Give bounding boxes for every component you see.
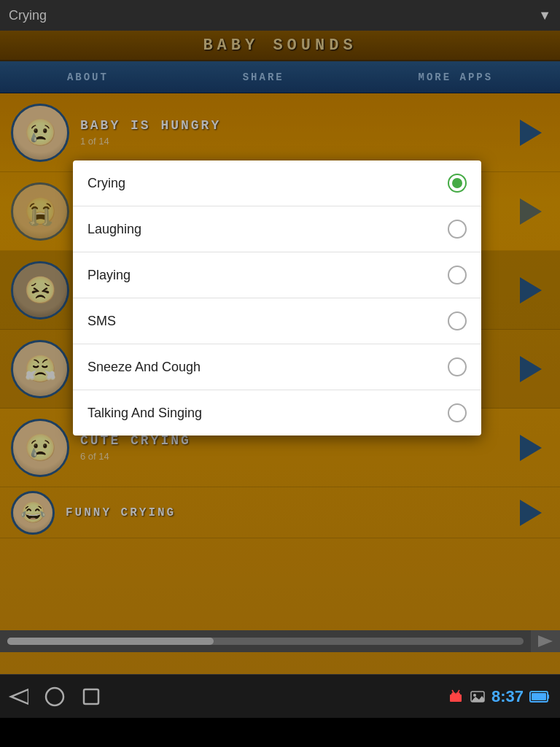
radio-button[interactable] [448,174,467,193]
svg-point-6 [456,692,460,697]
radio-button[interactable] [448,220,467,239]
option-label: Playing [88,268,131,283]
option-label: Sneeze And Cough [88,360,201,375]
radio-button[interactable] [448,266,467,285]
svg-line-8 [458,690,459,692]
svg-rect-3 [84,689,98,704]
modal-overlay[interactable]: CryingLaughingPlayingSMSSneeze And Cough… [0,0,560,674]
option-label: Laughing [88,222,141,237]
svg-line-7 [452,690,454,692]
svg-point-10 [473,694,476,697]
svg-rect-13 [548,694,549,699]
svg-rect-4 [450,694,462,702]
dropdown-option[interactable]: Sneeze And Cough [73,344,481,390]
svg-marker-1 [11,689,28,704]
dropdown-option[interactable]: Playing [73,252,481,298]
android-icon [448,689,464,705]
svg-rect-14 [532,693,546,700]
status-area: 8:37 [448,687,560,706]
dropdown-option[interactable]: Crying [73,160,481,206]
dropdown-option[interactable]: SMS [73,298,481,344]
photo-icon [470,689,486,705]
radio-button[interactable] [448,311,467,330]
back-button[interactable] [0,678,36,715]
option-label: Talking And Singing [88,406,202,421]
svg-point-5 [451,692,456,697]
battery-icon [529,690,550,703]
dropdown-option[interactable]: Laughing [73,206,481,252]
option-label: Crying [88,176,125,191]
radio-button[interactable] [448,403,467,422]
option-label: SMS [88,314,116,329]
home-button[interactable] [36,678,73,715]
time-display: 8:37 [491,687,524,706]
radio-button[interactable] [448,357,467,376]
dropdown-option[interactable]: Talking And Singing [73,390,481,436]
dropdown-modal: CryingLaughingPlayingSMSSneeze And Cough… [73,160,481,436]
svg-marker-11 [471,696,484,702]
svg-point-2 [46,688,63,705]
android-nav-bar: 8:37 [0,674,560,718]
recent-apps-button[interactable] [73,678,109,715]
